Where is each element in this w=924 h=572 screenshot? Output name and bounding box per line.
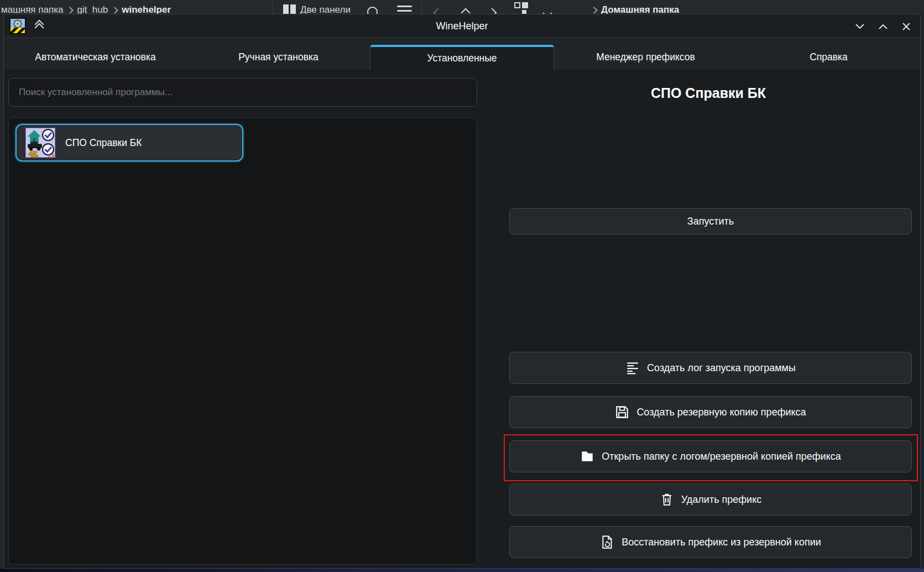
two-panels-button[interactable]: Две панели [283, 2, 351, 14]
split-view-icon [283, 4, 296, 14]
window-title: WineHelper [4, 20, 920, 32]
layout-dropdown-button[interactable] [544, 5, 551, 14]
hamburger-icon [397, 6, 412, 14]
background-file-manager-toolbar: машняя папка git_hub winehelper Две пане… [0, 0, 924, 14]
tab-auto-install[interactable]: Автоматическая установка [4, 45, 187, 70]
tab-help[interactable]: Справка [737, 45, 920, 70]
delete-prefix-button[interactable]: Удалить префикс [509, 483, 912, 516]
installed-programs-list: 2.5 СПО Справки БК [8, 117, 477, 565]
open-folder-button[interactable]: Открыть папку с логом/резервной копией п… [509, 440, 912, 472]
svg-text:2.5: 2.5 [48, 153, 55, 158]
search-icon [367, 7, 378, 14]
breadcrumb-right-panel[interactable]: Домашняя папка [592, 2, 679, 14]
up-button[interactable] [462, 4, 469, 14]
window-controls [850, 14, 916, 38]
run-button-label: Запустить [687, 216, 734, 227]
delete-prefix-label: Удалить префикс [681, 494, 761, 506]
chevron-down-icon [543, 9, 552, 14]
create-log-button[interactable]: Создать лог запуска программы [509, 352, 912, 384]
backup-prefix-button[interactable]: Создать резервную копию префикса [509, 396, 912, 428]
maximize-button[interactable] [874, 18, 892, 35]
forward-button[interactable] [489, 4, 495, 14]
toolbar-divider [421, 1, 422, 14]
search-button[interactable] [367, 2, 378, 14]
program-name: СПО Справки БК [65, 137, 142, 149]
log-lines-icon [625, 361, 640, 375]
chevron-up-icon [878, 23, 888, 30]
hazard-stripes [11, 28, 25, 33]
document-restore-icon [600, 535, 614, 549]
breadcrumb-separator-icon [591, 7, 598, 14]
breadcrumb-winehelper[interactable]: winehelper [122, 4, 171, 14]
view-layout-button[interactable] [514, 0, 529, 14]
breadcrumb-home[interactable]: Домашняя папка [601, 4, 679, 14]
list-item-spravki-bk[interactable]: 2.5 СПО Справки БК [15, 124, 243, 162]
installed-tab-content: 2.5 СПО Справки БК СПО Справки БК Запуст… [4, 70, 920, 568]
floppy-save-icon [615, 405, 629, 419]
screen: { "background": { "toolbar": { "breadcru… [0, 0, 924, 572]
breadcrumb-home-cut[interactable]: машняя папка [1, 4, 63, 14]
titlebar[interactable]: WineHelper [4, 14, 920, 38]
close-button[interactable] [897, 18, 916, 35]
keep-above-icon[interactable] [36, 21, 43, 31]
tab-prefix-manager[interactable]: Менеджер префиксов [554, 45, 737, 70]
open-folder-label: Открыть папку с логом/резервной копией п… [602, 451, 841, 462]
breadcrumb[interactable]: машняя папка git_hub winehelper [1, 2, 171, 14]
restore-prefix-label: Восстановить префикс из резервной копии [622, 537, 821, 548]
tab-manual-install[interactable]: Ручная установка [187, 45, 370, 70]
tab-installed[interactable]: Установленные [370, 45, 554, 70]
back-icon [434, 8, 443, 14]
winehelper-app-icon [9, 18, 26, 34]
toolbar-divider [273, 1, 273, 14]
menu-button[interactable] [397, 2, 412, 14]
winehelper-window: WineHelper Автоматическая установка [3, 14, 921, 569]
folder-icon [580, 449, 594, 464]
forward-icon [488, 8, 497, 14]
back-button[interactable] [435, 4, 441, 14]
detail-program-title: СПО Справки БК [554, 82, 863, 103]
breadcrumb-git-hub[interactable]: git_hub [77, 4, 108, 14]
breadcrumb-separator-icon [111, 7, 118, 14]
create-log-label: Создать лог запуска программы [647, 362, 796, 374]
minimize-button[interactable] [850, 18, 869, 35]
search-input[interactable] [8, 78, 477, 107]
two-panels-label: Две панели [300, 4, 351, 14]
up-icon [461, 8, 471, 14]
backup-prefix-label: Создать резервную копию префикса [636, 407, 806, 418]
chevron-down-icon [855, 23, 865, 30]
restore-prefix-button[interactable]: Восстановить префикс из резервной копии [509, 526, 912, 558]
close-icon [902, 22, 911, 31]
panel-grid-icon [514, 2, 529, 14]
trash-icon [660, 492, 674, 507]
run-button[interactable]: Запустить [509, 208, 912, 235]
breadcrumb-separator-icon [67, 7, 74, 14]
background-status-strip [0, 569, 924, 572]
tab-bar: Автоматическая установка Ручная установк… [4, 38, 920, 70]
spravki-bk-program-icon: 2.5 [25, 128, 55, 158]
